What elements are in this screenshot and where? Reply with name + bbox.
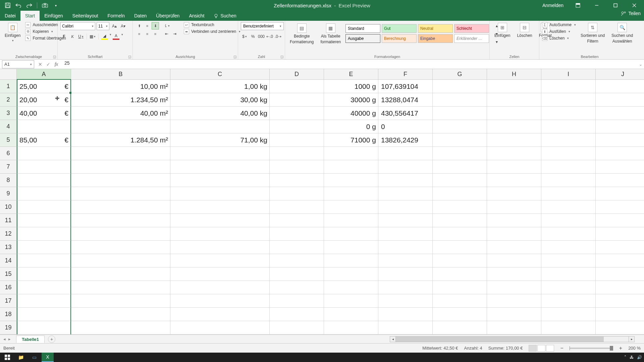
camera-icon[interactable] xyxy=(42,2,48,8)
cell-J17[interactable] xyxy=(596,294,644,308)
row-header-2[interactable]: 2 xyxy=(0,93,17,107)
fx-icon[interactable]: fx xyxy=(53,62,60,67)
cell-I10[interactable] xyxy=(541,200,596,214)
font-color-button[interactable]: A xyxy=(112,33,120,40)
cell-A14[interactable] xyxy=(17,254,71,267)
col-header-B[interactable]: B xyxy=(71,69,170,80)
cell-I5[interactable] xyxy=(541,133,596,147)
col-header-H[interactable]: H xyxy=(487,69,541,80)
qat-customize-icon[interactable]: ▾ xyxy=(53,2,59,8)
zoom-slider[interactable] xyxy=(570,348,613,349)
col-header-D[interactable]: D xyxy=(270,69,324,80)
cell-I3[interactable] xyxy=(541,107,596,120)
cell-A5[interactable]: 85,00€ xyxy=(17,133,71,147)
tray-chevron-icon[interactable]: ˄ xyxy=(624,355,626,360)
cell-G3[interactable] xyxy=(433,107,487,120)
cell-J1[interactable] xyxy=(596,80,644,93)
find-select-button[interactable]: 🔍Suchen undAuswählen xyxy=(609,22,635,44)
cell-I8[interactable] xyxy=(541,174,596,187)
cell-H15[interactable] xyxy=(487,267,541,281)
task-app-icon[interactable]: ▭ xyxy=(28,353,40,362)
cell-J16[interactable] xyxy=(596,281,644,294)
cell-F1[interactable]: 107,639104 xyxy=(378,80,433,93)
cell-H2[interactable] xyxy=(487,93,541,107)
cell-I7[interactable] xyxy=(541,160,596,174)
col-header-F[interactable]: F xyxy=(378,69,433,80)
cell-C3[interactable]: 40,00 kg xyxy=(170,107,270,120)
col-header-I[interactable]: I xyxy=(541,69,596,80)
cell-J13[interactable] xyxy=(596,241,644,254)
cell-G4[interactable] xyxy=(433,120,487,133)
cell-I6[interactable] xyxy=(541,147,596,160)
row-header-15[interactable]: 15 xyxy=(0,267,17,281)
cell-F10[interactable] xyxy=(378,200,433,214)
tab-formeln[interactable]: Formeln xyxy=(103,11,129,21)
cell-H10[interactable] xyxy=(487,200,541,214)
cell-E17[interactable] xyxy=(324,294,378,308)
sort-filter-button[interactable]: ⇅Sortieren undFiltern xyxy=(579,22,607,44)
align-top[interactable]: ⬆ xyxy=(136,22,143,29)
cell-B16[interactable] xyxy=(71,281,170,294)
cell-G9[interactable] xyxy=(433,187,487,200)
view-page-layout-button[interactable] xyxy=(537,345,545,352)
cell-H12[interactable] xyxy=(487,227,541,241)
cell-A3[interactable]: 40,00€ xyxy=(17,107,71,120)
cell-D12[interactable] xyxy=(270,227,324,241)
cell-J12[interactable] xyxy=(596,227,644,241)
cell-E3[interactable]: 40000 g xyxy=(324,107,378,120)
cell-F5[interactable]: 13826,2429 xyxy=(378,133,433,147)
cell-F2[interactable]: 13288,0474 xyxy=(378,93,433,107)
cell-I15[interactable] xyxy=(541,267,596,281)
cell-B4[interactable] xyxy=(71,120,170,133)
style-standard[interactable]: Standard xyxy=(345,24,380,33)
cell-C18[interactable] xyxy=(170,308,270,321)
worksheet-grid[interactable]: ABCDEFGHIJ125,00€10,00 m²1,00 kg1000 g10… xyxy=(0,69,644,335)
currency-button[interactable]: $▾ xyxy=(241,33,248,40)
sheet-tab-active[interactable]: Tabelle1 xyxy=(16,336,45,343)
cell-A13[interactable] xyxy=(17,241,71,254)
cell-E1[interactable]: 1000 g xyxy=(324,80,378,93)
cell-B15[interactable] xyxy=(71,267,170,281)
cell-D7[interactable] xyxy=(270,160,324,174)
col-header-E[interactable]: E xyxy=(324,69,378,80)
shrink-font-button[interactable]: A▾ xyxy=(119,22,127,30)
cancel-formula-icon[interactable]: ✕ xyxy=(37,62,44,67)
cell-J11[interactable] xyxy=(596,214,644,227)
cell-J5[interactable] xyxy=(596,133,644,147)
cell-B9[interactable] xyxy=(71,187,170,200)
cell-C6[interactable] xyxy=(170,147,270,160)
tab-ansicht[interactable]: Ansicht xyxy=(184,11,209,21)
cell-A9[interactable] xyxy=(17,187,71,200)
cell-C9[interactable] xyxy=(170,187,270,200)
cell-I11[interactable] xyxy=(541,214,596,227)
cell-B17[interactable] xyxy=(71,294,170,308)
cell-G8[interactable] xyxy=(433,174,487,187)
save-icon[interactable] xyxy=(5,2,11,8)
cell-B7[interactable] xyxy=(71,160,170,174)
cell-B18[interactable] xyxy=(71,308,170,321)
tray-volume-icon[interactable]: 🔊 xyxy=(637,355,642,360)
cell-A2[interactable]: 20,00€✚ xyxy=(17,93,71,107)
cell-G6[interactable] xyxy=(433,147,487,160)
sheet-nav-next-icon[interactable]: ▸ xyxy=(8,337,11,342)
orientation-button[interactable]: ⤹▾ xyxy=(163,22,170,29)
cell-H13[interactable] xyxy=(487,241,541,254)
cell-F8[interactable] xyxy=(378,174,433,187)
cell-D5[interactable] xyxy=(270,133,324,147)
formula-expand-icon[interactable]: ⌄ xyxy=(637,62,644,67)
cell-G11[interactable] xyxy=(433,214,487,227)
excel-taskbar-icon[interactable]: X xyxy=(42,353,54,362)
font-name-combo[interactable]: Calibri▾ xyxy=(60,22,95,30)
ribbon-display-icon[interactable] xyxy=(570,0,586,11)
cell-A4[interactable] xyxy=(17,120,71,133)
cell-C7[interactable] xyxy=(170,160,270,174)
cell-B8[interactable] xyxy=(71,174,170,187)
row-header-14[interactable]: 14 xyxy=(0,254,17,267)
cell-E2[interactable]: 30000 g xyxy=(324,93,378,107)
cell-I4[interactable] xyxy=(541,120,596,133)
tell-me[interactable]: Suchen xyxy=(209,11,241,21)
cell-I14[interactable] xyxy=(541,254,596,267)
cell-C12[interactable] xyxy=(170,227,270,241)
style-schlecht[interactable]: Schlecht xyxy=(454,24,489,33)
cell-H9[interactable] xyxy=(487,187,541,200)
